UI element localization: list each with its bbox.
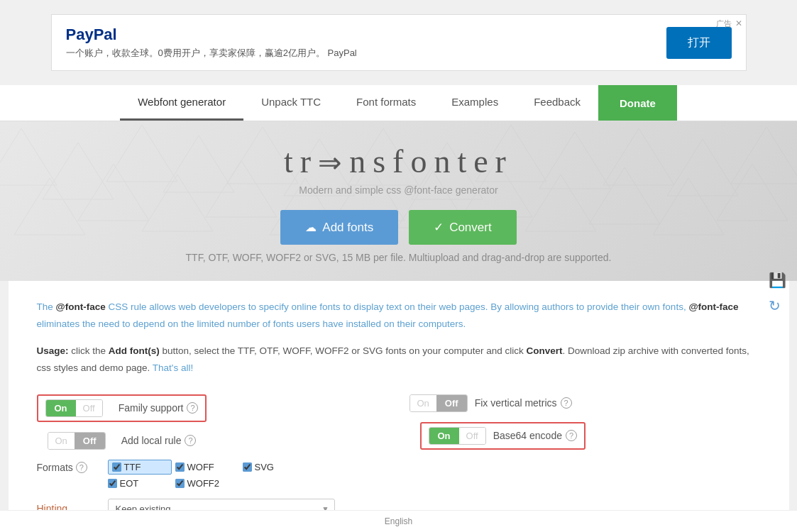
description-para2: Usage: click the Add font(s) button, sel… xyxy=(37,343,761,376)
nav-item-donate[interactable]: Donate xyxy=(598,85,677,121)
fix-vertical-metrics-on[interactable]: On xyxy=(410,395,436,411)
format-ttf[interactable]: TTF xyxy=(108,460,172,475)
formats-label: Formats ? xyxy=(37,462,108,473)
nav-item-examples[interactable]: Examples xyxy=(434,85,516,121)
base64-encode-help[interactable]: ? xyxy=(566,430,577,441)
refresh-icon[interactable]: ↻ xyxy=(769,297,786,314)
family-support-label: Family support ? xyxy=(119,402,199,414)
language-bar: English xyxy=(0,510,797,532)
ad-tag: 广告 xyxy=(716,18,732,29)
format-woff2-checkbox[interactable] xyxy=(175,479,185,488)
formats-row: Formats ? TTF WOFF SVG xyxy=(37,460,388,489)
format-woff[interactable]: WOFF xyxy=(175,460,239,475)
family-support-toggle[interactable]: On Off xyxy=(45,399,103,417)
formats-help[interactable]: ? xyxy=(76,462,87,473)
family-support-help[interactable]: ? xyxy=(187,402,198,414)
nav-item-font-formats[interactable]: Font formats xyxy=(339,85,434,121)
add-local-rule-off[interactable]: Off xyxy=(75,433,105,449)
format-eot[interactable]: EOT xyxy=(108,478,172,489)
format-svg-checkbox[interactable] xyxy=(243,462,252,472)
format-woff-checkbox[interactable] xyxy=(175,462,185,472)
ad-close-button[interactable]: ✕ xyxy=(735,18,742,28)
ad-banner: PayPal 一个账户，收款全球。0费用开户，享卖家保障，赢逾2亿用户。 Pay… xyxy=(51,14,747,71)
format-svg[interactable]: SVG xyxy=(243,460,307,475)
family-support-row: On Off Family support ? xyxy=(37,394,388,422)
base64-encode-label: Base64 encode ? xyxy=(493,430,577,441)
fix-vertical-metrics-label: Fix vertical metrics ? xyxy=(475,397,572,409)
base64-encode-row: On Off Base64 encode ? xyxy=(410,422,761,450)
nav-item-feedback[interactable]: Feedback xyxy=(516,85,598,121)
base64-encode-on[interactable]: On xyxy=(429,428,459,444)
upload-icon: ☁ xyxy=(305,221,317,234)
family-support-bordered: On Off Family support ? xyxy=(37,394,207,422)
ad-content: PayPal 一个账户，收款全球。0费用开户，享卖家保障，赢逾2亿用户。 Pay… xyxy=(66,26,357,60)
right-sidebar-icons: 💾 ↻ xyxy=(769,272,786,314)
formats-checkboxes: TTF WOFF SVG EOT WOFF2 xyxy=(108,460,307,489)
description-para1: The @font-face CSS rule allows web devel… xyxy=(37,299,761,332)
add-local-rule-row: On Off Add local rule ? xyxy=(37,432,388,450)
nav-item-unpack-ttc[interactable]: Unpack TTC xyxy=(243,85,339,121)
fix-vertical-metrics-help[interactable]: ? xyxy=(561,397,572,409)
ad-open-button[interactable]: 打开 xyxy=(666,27,732,59)
add-local-rule-label: Add local rule ? xyxy=(121,435,197,446)
check-icon: ✓ xyxy=(434,220,444,235)
base64-encode-toggle[interactable]: On Off xyxy=(429,427,486,445)
format-ttf-checkbox[interactable] xyxy=(112,462,121,472)
hero-section: tr⇒nsfonter Modern and simple css @font-… xyxy=(0,121,797,281)
add-local-rule-toggle[interactable]: On Off xyxy=(48,432,106,450)
family-support-on[interactable]: On xyxy=(46,400,76,416)
site-subtitle: Modern and simple css @font-face generat… xyxy=(0,184,797,196)
add-local-rule-on[interactable]: On xyxy=(48,433,75,449)
nav-item-webfont-generator[interactable]: Webfont generator xyxy=(120,85,243,121)
family-support-off[interactable]: Off xyxy=(76,400,102,416)
navigation: Webfont generator Unpack TTC Font format… xyxy=(0,85,797,121)
fix-vertical-metrics-row: On Off Fix vertical metrics ? xyxy=(410,394,761,412)
fix-vertical-metrics-toggle[interactable]: On Off xyxy=(410,394,468,412)
format-eot-checkbox[interactable] xyxy=(108,479,117,488)
fix-vertical-metrics-off[interactable]: Off xyxy=(436,395,467,411)
base64-encode-off[interactable]: Off xyxy=(459,428,485,444)
add-local-rule-inner: On Off Add local rule ? xyxy=(48,432,197,450)
ad-description: 一个账户，收款全球。0费用开户，享卖家保障，赢逾2亿用户。 PayPal xyxy=(66,47,357,60)
fix-vertical-metrics-inner: On Off Fix vertical metrics ? xyxy=(410,394,572,412)
add-fonts-button[interactable]: ☁ Add fonts xyxy=(280,210,398,245)
format-woff2[interactable]: WOFF2 xyxy=(175,478,239,489)
upload-hint: TTF, OTF, WOFF, WOFF2 or SVG, 15 MB per … xyxy=(0,252,797,263)
nav-bar: Webfont generator Unpack TTC Font format… xyxy=(0,85,797,121)
convert-button[interactable]: ✓ Convert xyxy=(409,210,517,245)
site-title: tr⇒nsfonter xyxy=(0,143,797,180)
save-icon[interactable]: 💾 xyxy=(769,272,786,289)
language-label: English xyxy=(385,516,412,526)
thats-all-link[interactable]: That's all! xyxy=(153,362,193,373)
add-local-rule-help[interactable]: ? xyxy=(185,435,196,446)
base64-encode-bordered: On Off Base64 encode ? xyxy=(420,422,586,450)
ad-brand: PayPal xyxy=(66,26,357,44)
action-buttons: ☁ Add fonts ✓ Convert xyxy=(0,210,797,245)
